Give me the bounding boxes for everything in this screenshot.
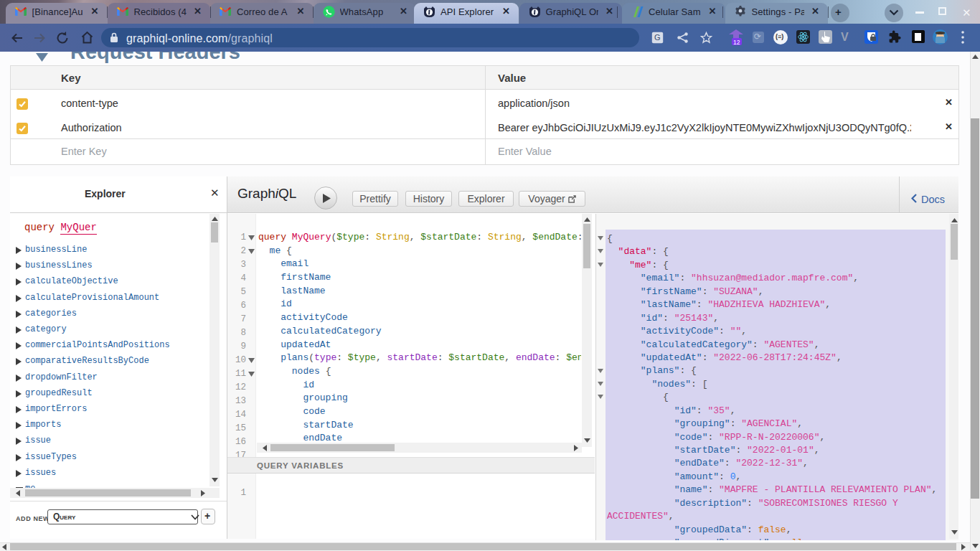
svg-text:G: G: [654, 33, 661, 42]
svg-text:12: 12: [733, 39, 740, 46]
